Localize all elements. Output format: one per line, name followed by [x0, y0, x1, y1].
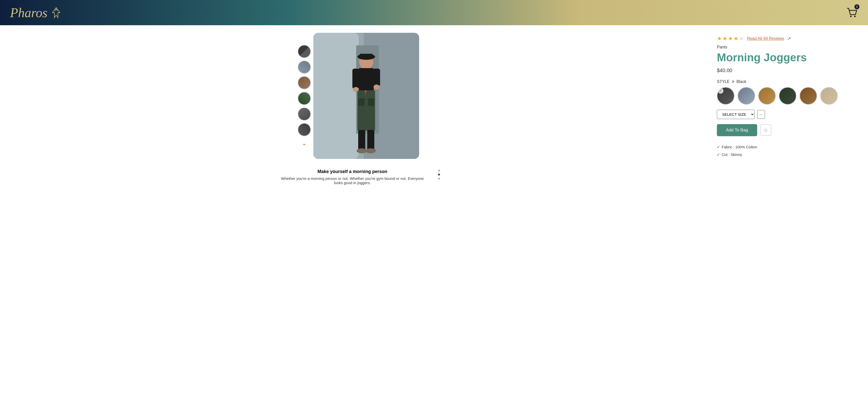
- thumbnail-4[interactable]: [298, 92, 311, 105]
- wishlist-star-icon: ☆: [764, 127, 768, 133]
- scroll-indicator: [438, 169, 440, 179]
- check-icon-2: ✓: [717, 151, 720, 159]
- scroll-dot-2: [438, 173, 440, 175]
- detail-fabric: ✓ Fabric : 100% Cotton: [717, 143, 848, 151]
- logo-icon: [50, 6, 62, 19]
- product-details-section: ★ ★ ★ ★ ★ Read All 49 Reviews ↗ Pants Mo…: [717, 33, 848, 159]
- thumbnail-2[interactable]: [298, 60, 311, 74]
- thumbnail-6[interactable]: [298, 123, 311, 136]
- add-to-bag-row: Add To Bag ☆: [717, 124, 848, 136]
- svg-rect-11: [373, 68, 380, 86]
- wishlist-button[interactable]: ☆: [760, 124, 771, 136]
- star-4: ★: [734, 35, 739, 42]
- fabric-text: Fabric : 100% Cotton: [722, 143, 757, 151]
- product-photo: [313, 33, 419, 159]
- thumbnail-strip: ⌄: [298, 45, 311, 147]
- star-3: ★: [728, 35, 733, 42]
- swatch-brown-inner: [800, 87, 817, 104]
- svg-point-0: [850, 16, 851, 17]
- caption-text: Whether you're a morning person or not. …: [277, 176, 428, 185]
- swatch-beige[interactable]: [820, 87, 838, 105]
- style-value-text: Black: [737, 80, 746, 84]
- swatch-black-inner: [717, 87, 734, 104]
- svg-rect-19: [367, 130, 374, 150]
- thumbnail-1[interactable]: [298, 45, 311, 58]
- thumbnail-3[interactable]: [298, 76, 311, 89]
- thumbnail-scroll-down[interactable]: ⌄: [302, 140, 307, 147]
- size-selector-row: SELECT SIZE XS S M L XL -: [717, 110, 848, 119]
- size-dash-button[interactable]: -: [757, 110, 765, 119]
- product-image-section: ⌄: [20, 33, 697, 185]
- star-2: ★: [722, 35, 727, 42]
- star-rating: ★ ★ ★ ★ ★: [717, 35, 744, 42]
- svg-rect-10: [352, 68, 360, 89]
- product-price: $40.00: [717, 67, 848, 74]
- product-caption: Make yourself a morning person Whether y…: [277, 169, 428, 185]
- svg-rect-9: [359, 68, 374, 91]
- add-to-bag-button[interactable]: Add To Bag: [717, 124, 757, 136]
- svg-point-13: [374, 84, 380, 89]
- swatch-black[interactable]: [717, 87, 735, 105]
- svg-rect-16: [368, 99, 374, 106]
- header: Pharos 0: [0, 0, 868, 25]
- swatch-brown[interactable]: [800, 87, 817, 105]
- size-select[interactable]: SELECT SIZE XS S M L XL: [717, 110, 755, 119]
- star-1: ★: [717, 35, 722, 42]
- product-name: Morning Joggers: [717, 52, 848, 63]
- swatch-dark-green-inner: [779, 87, 796, 104]
- detail-cut: ✓ Cut : Skinny: [717, 151, 848, 159]
- svg-point-21: [366, 148, 376, 153]
- svg-point-1: [854, 16, 856, 17]
- svg-rect-8: [360, 54, 373, 57]
- share-icon[interactable]: ↗: [787, 36, 791, 41]
- main-product-image: ›: [313, 33, 419, 159]
- svg-rect-18: [358, 130, 365, 150]
- caption-title: Make yourself a morning person: [277, 169, 428, 174]
- swatch-dark-green[interactable]: [779, 87, 797, 105]
- scroll-dot-3: [438, 177, 440, 179]
- logo-text: Pharos: [10, 5, 48, 20]
- svg-rect-14: [358, 90, 375, 131]
- svg-rect-3: [313, 33, 359, 159]
- check-icon-1: ✓: [717, 143, 720, 151]
- thumbnail-5[interactable]: [298, 108, 311, 120]
- ratings-row: ★ ★ ★ ★ ★ Read All 49 Reviews ↗: [717, 35, 848, 42]
- cut-text: Cut : Skinny: [722, 151, 742, 159]
- svg-point-20: [357, 148, 367, 153]
- style-label-text: STYLE: [717, 80, 730, 84]
- logo: Pharos: [10, 5, 62, 20]
- swatch-beige-inner: [820, 87, 837, 104]
- swatch-grey[interactable]: [738, 87, 755, 105]
- svg-rect-15: [358, 99, 365, 106]
- color-swatches: [717, 87, 848, 105]
- cart-badge: 0: [855, 4, 860, 9]
- product-category: Pants: [717, 45, 848, 50]
- svg-point-17: [365, 90, 367, 92]
- cart-button[interactable]: 0: [845, 6, 858, 20]
- swatch-tan-inner: [759, 87, 775, 104]
- image-container: ⌄: [298, 33, 419, 159]
- reviews-link[interactable]: Read All 49 Reviews: [747, 36, 784, 41]
- scroll-dot-1: [438, 169, 440, 171]
- star-5: ★: [739, 35, 744, 42]
- swatch-tan[interactable]: [758, 87, 776, 105]
- style-label: STYLE > Black: [717, 80, 848, 84]
- product-attributes: ✓ Fabric : 100% Cotton ✓ Cut : Skinny: [717, 143, 848, 159]
- swatch-grey-inner: [738, 87, 755, 104]
